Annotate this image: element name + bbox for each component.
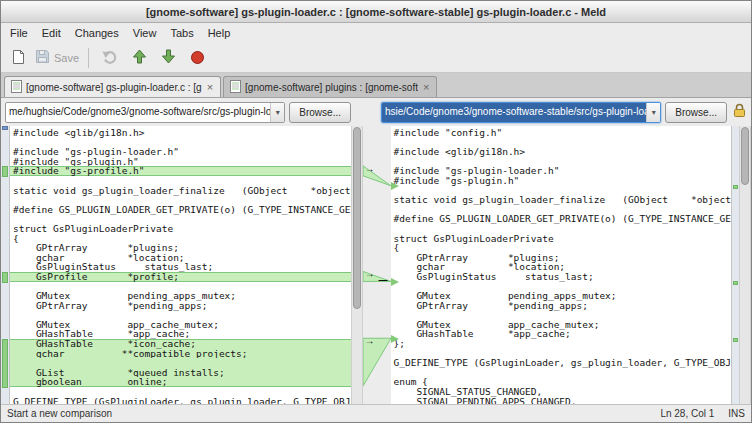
code-line[interactable]: struct GsPluginLoaderPrivate <box>10 224 351 234</box>
left-file-group: me/hughsie/Code/gnome3/gnome-software/sr… <box>5 102 351 123</box>
push-change-right-icon[interactable]: → <box>365 336 375 346</box>
left-browse-button[interactable]: Browse... <box>289 102 351 123</box>
diff-map-tick <box>733 338 738 342</box>
window-title: [gnome-software] gs-plugin-loader.c : [g… <box>146 6 606 18</box>
push-change-right-icon[interactable]: → <box>365 269 375 279</box>
tab-label: [gnome-software] plugins : [gnome-soft <box>245 82 418 93</box>
file-selector-row: me/hughsie/Code/gnome3/gnome-software/sr… <box>1 98 751 126</box>
left-scrollbar[interactable] <box>351 126 363 404</box>
code-line[interactable]: gchar **compatible_projects; <box>10 349 351 359</box>
code-line[interactable]: SIGNAL_PENDING_APPS_CHANGED, <box>391 397 732 404</box>
cursor-position: Ln 28, Col 1 <box>660 408 714 419</box>
diff-map-tick <box>2 272 8 283</box>
save-button[interactable]: Save <box>34 46 80 70</box>
push-change-right-icon[interactable]: → <box>365 164 375 174</box>
diff-map-tick <box>2 166 8 177</box>
toolbar: Save <box>1 43 751 73</box>
menu-bar: File Edit Changes View Tabs Help <box>1 23 751 43</box>
diff-map-tick <box>2 126 8 130</box>
input-mode: INS <box>728 408 745 419</box>
left-file-combobox[interactable]: me/hughsie/Code/gnome3/gnome-software/sr… <box>5 102 285 123</box>
comparison-tab[interactable]: [gnome-software] gs-plugin-loader.c : [g… <box>4 76 221 97</box>
code-line[interactable]: #define GS_PLUGIN_LOADER_GET_PRIVATE(o) … <box>391 214 732 224</box>
code-line[interactable]: #include "gs-plugin.h" <box>391 176 732 186</box>
code-line[interactable]: GPtrArray *pending_apps; <box>391 301 732 311</box>
right-file-group: hsie/Code/gnome3/gnome-software-stable/s… <box>381 102 727 123</box>
code-line[interactable]: #define GS_PLUGIN_LOADER_GET_PRIVATE(o) … <box>10 205 351 215</box>
arrow-down-icon <box>161 49 176 66</box>
code-line[interactable]: }; <box>391 339 732 349</box>
code-line[interactable]: struct GsPluginLoaderPrivate <box>391 234 732 244</box>
code-line[interactable]: GHashTable *app_cache; <box>391 329 732 339</box>
right-file-combobox[interactable]: hsie/Code/gnome3/gnome-software-stable/s… <box>381 102 661 123</box>
delete-change-icon[interactable]: — <box>379 275 388 285</box>
status-bar: Start a new comparison Ln 28, Col 1 INS <box>1 404 751 422</box>
diff-area: #include <glib/gi18n.h> #include "gs-plu… <box>1 126 751 404</box>
code-line[interactable]: GPtrArray *pending_apps; <box>10 301 351 311</box>
menu-item[interactable]: View <box>126 24 164 42</box>
code-line[interactable]: #include <glib/gi18n.h> <box>10 128 351 138</box>
code-line[interactable]: static void gs_plugin_loader_finalize (G… <box>391 195 732 205</box>
comparison-tab[interactable]: [gnome-software] plugins : [gnome-soft × <box>223 76 437 97</box>
code-line[interactable]: GsProfile *profile; <box>10 272 351 282</box>
stop-button[interactable] <box>184 46 210 70</box>
right-file-path: hsie/Code/gnome3/gnome-software-stable/s… <box>382 103 646 122</box>
stop-icon <box>191 51 204 64</box>
chevron-down-icon[interactable]: ▾ <box>270 103 284 122</box>
tab-bar: [gnome-software] gs-plugin-loader.c : [g… <box>1 73 751 98</box>
menu-item[interactable]: Edit <box>35 24 68 42</box>
title-bar: [gnome-software] gs-plugin-loader.c : [g… <box>1 1 751 23</box>
code-line[interactable]: G_DEFINE_TYPE (GsPluginLoader, gs_plugin… <box>10 397 351 404</box>
menu-item[interactable]: Tabs <box>163 24 200 42</box>
right-diff-map[interactable] <box>731 126 739 404</box>
chevron-down-icon[interactable]: ▾ <box>646 103 660 122</box>
diff-map-tick <box>2 339 8 388</box>
code-line[interactable]: GsPluginStatus status_last; <box>391 272 732 282</box>
right-scrollbar-thumb[interactable] <box>741 127 749 185</box>
diff-map-tick <box>733 281 738 285</box>
change-gutter: → → → — <box>363 126 391 404</box>
lock-icon[interactable] <box>733 103 746 122</box>
code-line[interactable]: #include <glib/gi18n.h> <box>391 147 732 157</box>
next-change-button[interactable] <box>155 46 181 70</box>
status-message: Start a new comparison <box>7 408 646 419</box>
diff-map-tick <box>733 185 738 189</box>
code-line[interactable]: #include "config.h" <box>391 128 732 138</box>
new-document-icon <box>11 49 26 67</box>
file-diff-icon <box>230 80 241 95</box>
tab-close-icon[interactable]: × <box>422 82 430 93</box>
left-diff-map[interactable] <box>1 126 10 404</box>
left-editor[interactable]: #include <glib/gi18n.h> #include "gs-plu… <box>10 126 351 404</box>
save-button-label: Save <box>54 52 79 64</box>
right-browse-button[interactable]: Browse... <box>665 102 727 123</box>
right-editor[interactable]: #include "config.h" #include <glib/gi18n… <box>391 126 732 404</box>
undo-button[interactable] <box>97 46 123 70</box>
menu-item[interactable]: Help <box>201 24 238 42</box>
arrow-up-icon <box>132 49 147 66</box>
menu-item[interactable]: File <box>3 24 35 42</box>
lock-wrap <box>731 103 747 122</box>
code-line[interactable]: G_DEFINE_TYPE (GsPluginLoader, gs_plugin… <box>391 358 732 368</box>
left-scrollbar-thumb[interactable] <box>353 127 361 309</box>
tab-close-icon[interactable]: × <box>206 82 214 93</box>
menu-item[interactable]: Changes <box>68 24 126 42</box>
undo-icon <box>102 49 118 67</box>
toolbar-separator <box>88 48 89 68</box>
file-diff-icon <box>11 80 22 95</box>
code-line[interactable]: #include "gs-profile.h" <box>10 166 351 176</box>
left-file-path: me/hughsie/Code/gnome3/gnome-software/sr… <box>6 103 270 122</box>
save-floppy-icon <box>35 49 50 66</box>
right-scrollbar[interactable] <box>739 126 751 404</box>
tab-label: [gnome-software] gs-plugin-loader.c : [g <box>26 82 202 93</box>
new-comparison-button[interactable] <box>5 46 31 70</box>
code-line[interactable]: static void gs_plugin_loader_finalize (G… <box>10 186 351 196</box>
code-line[interactable] <box>391 368 732 378</box>
meld-window: [gnome-software] gs-plugin-loader.c : [g… <box>0 0 752 423</box>
code-line[interactable]: gboolean online; <box>10 377 351 387</box>
previous-change-button[interactable] <box>126 46 152 70</box>
